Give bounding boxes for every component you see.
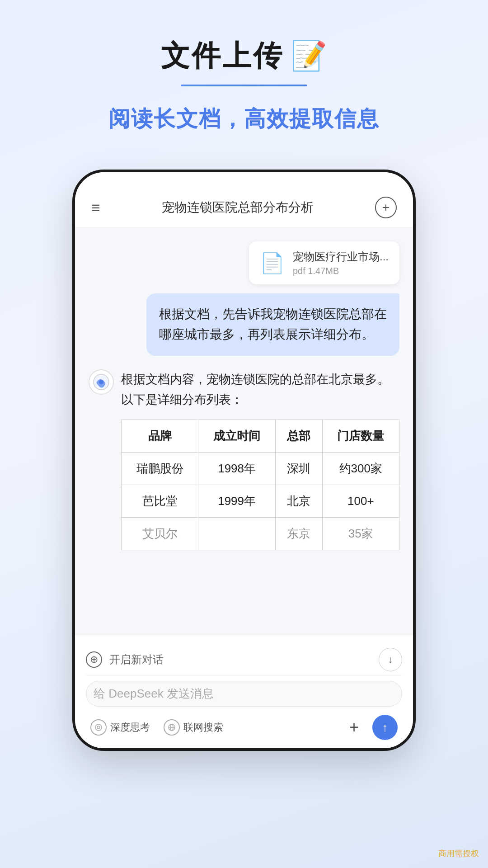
ai-response: 根据文档内容，宠物连锁医院的总部在北京最多。以下是详细分布列表： 品牌 成立时间… bbox=[89, 369, 399, 551]
table-row: 瑞鹏股份 1998年 深圳 约300家 bbox=[122, 453, 399, 485]
message-input-container[interactable]: 给 DeepSeek 发送消息 bbox=[86, 681, 402, 707]
new-chat-icon: ⊕ bbox=[86, 651, 102, 668]
ai-content: 根据文档内容，宠物连锁医院的总部在北京最多。以下是详细分布列表： 品牌 成立时间… bbox=[121, 369, 399, 551]
svg-point-1 bbox=[99, 380, 103, 384]
stores-1: 约300家 bbox=[322, 453, 399, 485]
brand-3: 艾贝尔 bbox=[122, 518, 198, 550]
ai-text: 根据文档内容，宠物连锁医院的总部在北京最多。以下是详细分布列表： bbox=[121, 369, 399, 411]
subtitle: 阅读长文档，高效提取信息 bbox=[27, 104, 461, 133]
file-icon: 📄 bbox=[260, 251, 285, 275]
watermark: 商用需授权 bbox=[438, 848, 479, 859]
send-button[interactable]: ↑ bbox=[372, 715, 398, 740]
deep-think-label: 深度思考 bbox=[110, 721, 150, 734]
page-title: 文件上传 bbox=[161, 36, 284, 75]
new-chat-bar[interactable]: ⊕ 开启新对话 ↓ bbox=[86, 642, 402, 675]
plus-icon: + bbox=[382, 200, 389, 215]
phone-container: ≡ 宠物连锁医院总部分布分析 + 📄 宠物医疗行业市场... pdf 1.47M… bbox=[0, 151, 488, 751]
web-search-button[interactable]: 联网搜索 bbox=[164, 719, 223, 736]
menu-icon[interactable]: ≡ bbox=[91, 200, 100, 215]
phone-mockup: ≡ 宠物连锁医院总部分布分析 + 📄 宠物医疗行业市场... pdf 1.47M… bbox=[72, 170, 416, 751]
title-underline bbox=[181, 85, 307, 86]
web-search-icon bbox=[164, 719, 180, 736]
toolbar-row: 深度思考 联网搜索 + ↑ bbox=[86, 713, 402, 742]
stores-3: 35家 bbox=[322, 518, 399, 550]
deep-think-icon bbox=[90, 719, 107, 736]
founded-1: 1998年 bbox=[198, 453, 275, 485]
input-placeholder[interactable]: 给 DeepSeek 发送消息 bbox=[94, 686, 394, 702]
main-title: 文件上传 📝 bbox=[27, 36, 461, 75]
col-brand: 品牌 bbox=[122, 420, 198, 453]
file-bubble: 📄 宠物医疗行业市场... pdf 1.47MB bbox=[249, 241, 399, 284]
top-section: 文件上传 📝 阅读长文档，高效提取信息 bbox=[0, 0, 488, 151]
attach-button[interactable]: + bbox=[349, 718, 359, 737]
hq-1: 深圳 bbox=[275, 453, 322, 485]
stores-2: 100+ bbox=[322, 485, 399, 518]
plus-circle-icon: ⊕ bbox=[90, 654, 98, 665]
user-message: 根据文档，先告诉我宠物连锁医院总部在哪座城市最多，再列表展示详细分布。 bbox=[146, 293, 399, 356]
deep-think-button[interactable]: 深度思考 bbox=[90, 719, 150, 736]
file-size: pdf 1.47MB bbox=[293, 266, 389, 276]
title-emoji: 📝 bbox=[291, 39, 327, 73]
founded-2: 1999年 bbox=[198, 485, 275, 518]
brand-1: 瑞鹏股份 bbox=[122, 453, 198, 485]
brand-2: 芭比堂 bbox=[122, 485, 198, 518]
ai-avatar bbox=[89, 369, 114, 395]
conversation-title: 宠物连锁医院总部分布分析 bbox=[162, 199, 314, 216]
send-icon: ↑ bbox=[382, 721, 388, 735]
col-founded: 成立时间 bbox=[198, 420, 275, 453]
col-stores: 门店数量 bbox=[322, 420, 399, 453]
hq-2: 北京 bbox=[275, 485, 322, 518]
chevron-down-icon: ↓ bbox=[388, 654, 393, 665]
scroll-down-button[interactable]: ↓ bbox=[379, 648, 402, 671]
table-row: 芭比堂 1999年 北京 100+ bbox=[122, 485, 399, 518]
phone-header: ≡ 宠物连锁医院总部分布分析 + bbox=[75, 183, 413, 228]
web-search-label: 联网搜索 bbox=[183, 721, 223, 734]
svg-point-3 bbox=[97, 726, 100, 729]
hq-3: 东京 bbox=[275, 518, 322, 550]
file-name: 宠物医疗行业市场... bbox=[293, 250, 389, 264]
phone-notch bbox=[75, 172, 413, 183]
table-header-row: 品牌 成立时间 总部 门店数量 bbox=[122, 420, 399, 453]
chat-area: 📄 宠物医疗行业市场... pdf 1.47MB 根据文档，先告诉我宠物连锁医院… bbox=[75, 228, 413, 635]
col-hq: 总部 bbox=[275, 420, 322, 453]
phone-bottom: ⊕ 开启新对话 ↓ 给 DeepSeek 发送消息 bbox=[75, 635, 413, 748]
svg-point-2 bbox=[95, 724, 102, 731]
file-info: 宠物医疗行业市场... pdf 1.47MB bbox=[293, 250, 389, 276]
table-row: 艾贝尔 东京 35家 bbox=[122, 518, 399, 550]
founded-3 bbox=[198, 518, 275, 550]
add-conversation-button[interactable]: + bbox=[375, 197, 397, 218]
distribution-table: 品牌 成立时间 总部 门店数量 瑞鹏股份 1998年 深圳 约3 bbox=[121, 420, 399, 550]
new-chat-label: 开启新对话 bbox=[109, 652, 164, 667]
